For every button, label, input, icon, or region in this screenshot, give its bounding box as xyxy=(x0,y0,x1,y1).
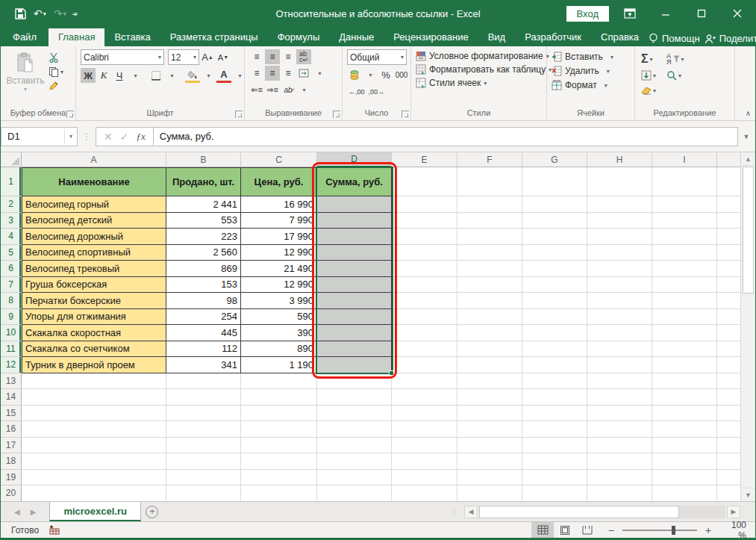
vscroll-track[interactable] xyxy=(741,166,755,488)
cell-A16[interactable] xyxy=(22,421,166,438)
column-header-H[interactable]: H xyxy=(587,152,652,167)
scroll-up-icon[interactable]: ▲ xyxy=(741,152,755,166)
cell-I16[interactable] xyxy=(652,421,717,438)
cell-F4[interactable] xyxy=(457,229,522,245)
cell-A1[interactable]: Наименование xyxy=(22,167,166,196)
cell-H15[interactable] xyxy=(587,406,652,422)
cell-F10[interactable] xyxy=(457,325,522,341)
cell-E10[interactable] xyxy=(392,325,457,341)
underline-button[interactable]: Ч xyxy=(112,68,127,83)
undo-button[interactable]: ↶▾ xyxy=(31,6,49,21)
accounting-caret[interactable]: ▾ xyxy=(363,67,378,82)
cell-G2[interactable] xyxy=(522,196,587,213)
cell-C18[interactable] xyxy=(241,453,317,470)
cell-D8[interactable] xyxy=(317,293,392,309)
cell-B11[interactable]: 112 xyxy=(166,341,241,358)
cell-H4[interactable] xyxy=(587,229,652,245)
cell-I4[interactable] xyxy=(652,229,717,245)
select-all-corner[interactable] xyxy=(1,152,22,167)
cell-G1[interactable] xyxy=(522,167,587,196)
hscroll-thumb[interactable] xyxy=(479,506,679,518)
cell-A4[interactable]: Велосипед дорожный xyxy=(22,229,166,245)
cell-A11[interactable]: Скакалка со счетчиком xyxy=(22,341,166,358)
cell-F1[interactable] xyxy=(457,167,522,196)
cell-E6[interactable] xyxy=(392,261,457,277)
cell-F11[interactable] xyxy=(457,341,522,358)
cell-G20[interactable] xyxy=(522,485,587,501)
scroll-left-icon[interactable]: ◀ xyxy=(464,506,478,518)
cell-C16[interactable] xyxy=(241,421,317,438)
font-name-combo[interactable]: Calibri▾ xyxy=(81,49,164,65)
tab-рецензирование[interactable]: Рецензирование xyxy=(384,28,478,46)
conditional-formatting-button[interactable]: Условное форматирование▾ xyxy=(416,51,552,61)
find-select-button[interactable]: ▾ xyxy=(665,69,686,81)
cell-C13[interactable] xyxy=(241,373,317,390)
ribbon-display-options-icon[interactable] xyxy=(615,2,645,25)
cell-G4[interactable] xyxy=(522,229,587,245)
cell-B2[interactable]: 2 441 xyxy=(166,196,241,213)
row-header-8[interactable]: 8 xyxy=(1,293,22,309)
cell-D16[interactable] xyxy=(317,421,392,438)
cell-F18[interactable] xyxy=(457,453,522,470)
cell-B4[interactable]: 223 xyxy=(166,229,241,245)
row-header-5[interactable]: 5 xyxy=(1,245,22,261)
cell-F17[interactable] xyxy=(457,438,522,454)
cell-C7[interactable]: 12 990 xyxy=(241,277,317,294)
cell-E18[interactable] xyxy=(392,453,457,470)
cell-I11[interactable] xyxy=(652,341,717,358)
row-header-10[interactable]: 10 xyxy=(1,325,22,341)
cell-F9[interactable] xyxy=(457,309,522,326)
row-header-4[interactable]: 4 xyxy=(1,229,22,245)
zoom-in-button[interactable]: + xyxy=(703,524,713,536)
scroll-right-icon[interactable]: ▶ xyxy=(727,506,740,518)
page-break-view-button[interactable] xyxy=(576,522,599,538)
cell-I8[interactable] xyxy=(652,293,717,309)
fill-button[interactable]: ▾ xyxy=(640,69,657,81)
cell-D7[interactable] xyxy=(317,277,392,294)
cell-D14[interactable] xyxy=(317,389,392,406)
row-header-9[interactable]: 9 xyxy=(1,309,22,326)
font-dialog-launcher[interactable] xyxy=(235,111,243,118)
row-header-11[interactable]: 11 xyxy=(1,341,22,358)
row-header-1[interactable]: 1 xyxy=(1,167,22,196)
column-header-D[interactable]: D xyxy=(317,152,392,167)
cell-styles-button[interactable]: Стили ячеек▾ xyxy=(416,78,552,88)
cell-B9[interactable]: 254 xyxy=(166,309,241,326)
cell-A8[interactable]: Перчатки боксерские xyxy=(22,293,166,309)
add-sheet-button[interactable]: + xyxy=(141,502,163,521)
column-header-F[interactable]: F xyxy=(457,152,522,167)
cell-E3[interactable] xyxy=(392,213,457,229)
cell-B16[interactable] xyxy=(166,421,241,438)
align-center-button[interactable]: ≡ xyxy=(265,66,280,81)
tab-разработчик[interactable]: Разработчик xyxy=(515,28,591,46)
row-header-20[interactable]: 20 xyxy=(1,485,22,501)
cell-C15[interactable] xyxy=(241,406,317,422)
cell-I5[interactable] xyxy=(652,245,717,261)
cell-B14[interactable] xyxy=(166,389,241,406)
cell-C20[interactable] xyxy=(241,485,317,501)
cell-H7[interactable] xyxy=(587,277,652,294)
cell-F5[interactable] xyxy=(457,245,522,261)
cell-F6[interactable] xyxy=(457,261,522,277)
row-header-2[interactable]: 2 xyxy=(1,196,22,213)
row-header-7[interactable]: 7 xyxy=(1,277,22,294)
underline-caret[interactable]: ▾ xyxy=(128,68,143,83)
cell-B8[interactable]: 98 xyxy=(166,293,241,309)
cell-E17[interactable] xyxy=(392,438,457,454)
zoom-level-label[interactable]: 100 % xyxy=(721,520,755,540)
cell-B5[interactable]: 2 560 xyxy=(166,245,241,261)
cell-G6[interactable] xyxy=(522,261,587,277)
cell-G5[interactable] xyxy=(522,245,587,261)
alignment-dialog-launcher[interactable] xyxy=(333,111,340,118)
cell-D20[interactable] xyxy=(317,485,392,501)
copy-button[interactable]: ▾ xyxy=(47,66,65,78)
cell-I1[interactable] xyxy=(652,167,717,196)
cell-D4[interactable] xyxy=(317,229,392,245)
cell-C19[interactable] xyxy=(241,470,317,486)
font-color-button[interactable]: A xyxy=(216,68,231,83)
cell-A2[interactable]: Велосипед горный xyxy=(22,196,166,213)
cell-E11[interactable] xyxy=(392,341,457,358)
delete-cells-button[interactable]: Удалить▾ xyxy=(552,66,613,76)
cell-E19[interactable] xyxy=(392,470,457,486)
cell-A5[interactable]: Велосипед спортивный xyxy=(22,245,166,261)
